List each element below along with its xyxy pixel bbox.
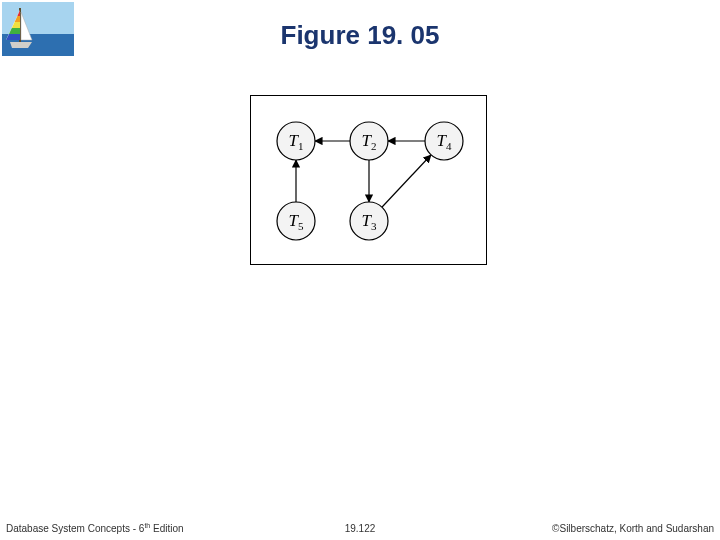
precedence-graph: T1 T2 T4 T5 T3 bbox=[250, 95, 487, 265]
node-t4: T4 bbox=[425, 122, 463, 160]
edge-t3-t4 bbox=[382, 155, 431, 207]
footer-copyright: ©Silberschatz, Korth and Sudarshan bbox=[552, 523, 714, 534]
node-t5: T5 bbox=[277, 202, 315, 240]
node-t3: T3 bbox=[350, 202, 388, 240]
node-t2: T2 bbox=[350, 122, 388, 160]
node-t1: T1 bbox=[277, 122, 315, 160]
figure-title: Figure 19. 05 bbox=[0, 20, 720, 51]
